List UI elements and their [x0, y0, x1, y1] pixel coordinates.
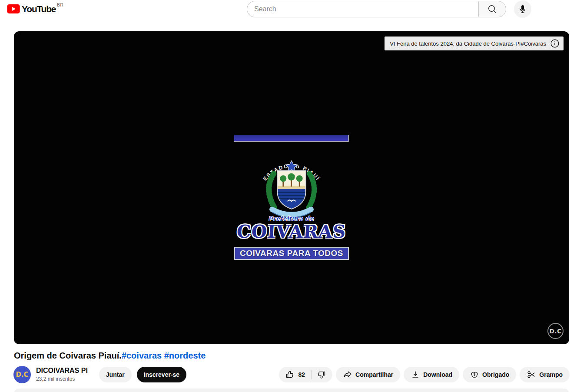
microphone-icon — [517, 4, 528, 14]
like-count: 82 — [298, 371, 308, 378]
search-box — [247, 1, 506, 17]
logo-top-bar — [234, 135, 349, 142]
crest-star-icon — [286, 161, 298, 172]
subscribe-button[interactable]: Inscrever-se — [137, 367, 187, 382]
youtube-play-icon — [7, 4, 20, 13]
hashtag-link-coivaras[interactable]: #coivaras — [122, 351, 162, 360]
channel-meta: DICOIVARAS PI 23,2 mil inscritos — [36, 366, 88, 383]
channel-watermark[interactable]: D.C — [547, 323, 564, 339]
youtube-logo-text: YouTube — [22, 3, 56, 14]
like-button[interactable]: 82 — [279, 367, 311, 382]
coivaras-coat-of-arms: ESTADO do PIAUÍ — [247, 146, 336, 221]
top-header: YouTube BR — [0, 0, 577, 25]
channel-avatar[interactable]: D.C — [13, 366, 31, 383]
crest-ribbon — [272, 209, 311, 215]
search-button[interactable] — [478, 1, 506, 17]
video-title-text: Origem de Coivaras Piauí. — [14, 351, 122, 360]
like-dislike-pill: 82 — [279, 367, 332, 382]
city-slogan-banner: COIVARAS PARA TODOS — [234, 247, 349, 260]
suggestion-card-title: VI Feira de talentos 2024, da Cidade de … — [390, 40, 546, 47]
share-button[interactable]: Compartilhar — [336, 367, 400, 382]
crest-left-branch — [269, 174, 275, 208]
channel-avatar-text: D.C — [16, 371, 28, 379]
channel-name[interactable]: DICOIVARAS PI — [36, 366, 88, 375]
dislike-button[interactable] — [312, 367, 332, 382]
share-icon — [343, 370, 352, 379]
video-suggestion-card[interactable]: VI Feira de talentos 2024, da Cidade de … — [385, 37, 564, 50]
thumbs-down-icon — [317, 370, 326, 379]
download-button[interactable]: Download — [404, 367, 459, 382]
channel-watermark-text: D.C — [549, 328, 562, 335]
clip-label: Grampo — [539, 371, 563, 378]
city-slogan-text: COIVARAS PARA TODOS — [240, 249, 343, 258]
download-label: Download — [423, 371, 452, 378]
crest-shield-scene — [278, 171, 305, 210]
info-icon[interactable] — [550, 39, 560, 48]
share-label: Compartilhar — [355, 371, 393, 378]
city-name-label: COIVARAS — [236, 222, 347, 241]
search-area — [247, 0, 531, 18]
download-icon — [411, 370, 420, 379]
thumbs-up-icon — [285, 370, 295, 379]
youtube-watch-page: YouTube BR — [0, 0, 577, 392]
channel-actions-row: D.C DICOIVARAS PI 23,2 mil inscritos Jun… — [13, 365, 570, 384]
youtube-logo[interactable]: YouTube BR — [7, 3, 63, 14]
video-action-buttons: 82 Compartilhar — [279, 367, 570, 382]
search-icon — [487, 4, 497, 14]
video-frame-city-logo: ESTADO do PIAUÍ — [234, 135, 349, 260]
crest-right-branch — [308, 174, 314, 208]
video-player[interactable]: VI Feira de talentos 2024, da Cidade de … — [14, 31, 569, 344]
thanks-heart-icon — [470, 370, 479, 379]
country-code-label: BR — [57, 3, 63, 7]
channel-subscriber-count: 23,2 mil inscritos — [36, 375, 88, 383]
join-button[interactable]: Juntar — [99, 367, 132, 382]
clip-button[interactable]: Grampo — [520, 367, 570, 382]
description-box[interactable] — [14, 389, 569, 392]
thanks-button[interactable]: Obrigado — [463, 367, 516, 382]
hashtag-link-nordeste[interactable]: #nordeste — [164, 351, 206, 360]
search-input[interactable] — [247, 1, 478, 17]
video-title: Origem de Coivaras Piauí.#coivaras #nord… — [14, 349, 206, 362]
scissors-icon — [527, 370, 536, 379]
voice-search-button[interactable] — [514, 0, 531, 18]
thanks-label: Obrigado — [482, 371, 509, 378]
